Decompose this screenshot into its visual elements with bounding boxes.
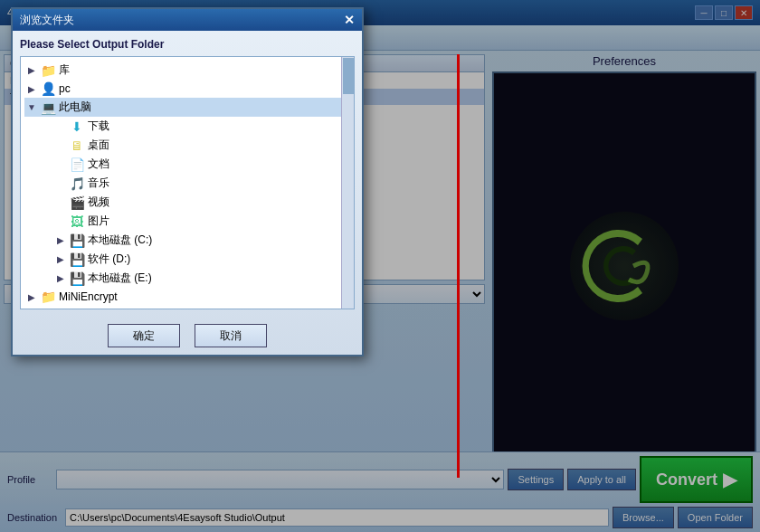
folder-tree[interactable]: ▶ 📁 库 ▶ 👤 pc ▼ 💻 此电脑 [20,56,355,309]
desktop-folder-icon: 🖥 [68,138,86,153]
dialog-body: Please Select Output Folder ▶ 📁 库 ▶ 👤 pc [13,31,362,317]
browse-folder-dialog: 浏览文件夹 ✕ Please Select Output Folder ▶ 📁 … [11,7,364,356]
scrollbar-thumb [343,58,354,94]
tree-scrollbar[interactable] [341,57,354,309]
tree-item-this-pc[interactable]: ▼ 💻 此电脑 [24,98,350,117]
tree-item-pictures[interactable]: 🖼 图片 [24,212,350,231]
tree-item-library[interactable]: ▶ 📁 库 [24,61,350,80]
tree-label: 视频 [88,195,109,210]
video-folder-icon: 🎬 [68,195,86,210]
dialog-cancel-button[interactable]: 取消 [195,324,267,347]
tree-label: 下载 [88,119,109,134]
tree-item-desktop[interactable]: 🖥 桌面 [24,136,350,155]
chevron-right-icon: ▶ [24,65,39,75]
tree-label: 软件 (D:) [88,252,130,267]
dialog-ok-button[interactable]: 确定 [108,324,180,347]
tree-label: 音乐 [88,176,109,191]
tree-label: MiNiEncrypt [59,290,118,303]
tree-item-music[interactable]: 🎵 音乐 [24,174,350,193]
dialog-footer: 确定 取消 [13,317,362,355]
cursor-indicator [457,54,460,478]
chevron-right-icon: ▶ [53,235,68,245]
chevron-right-icon: ▶ [53,254,68,264]
tree-label: 图片 [88,214,109,229]
tree-label: 本地磁盘 (E:) [88,271,152,286]
user-icon: 👤 [39,81,57,96]
main-window: 4Easysolt Blu-ray to iPad Ripper ─ □ ✕ F… [0,0,760,532]
tree-item-documents[interactable]: 📄 文档 [24,155,350,174]
folder-icon: 📁 [39,63,57,78]
tree-item-disk-e[interactable]: ▶ 💾 本地磁盘 (E:) [24,269,350,288]
download-folder-icon: ⬇ [68,119,86,134]
chevron-down-icon: ▼ [24,102,39,112]
dialog-subtitle: Please Select Output Folder [20,38,355,51]
tree-item-video[interactable]: 🎬 视频 [24,193,350,212]
dialog-title: 浏览文件夹 [20,13,74,28]
tree-item-miniencrypt[interactable]: ▶ 📁 MiNiEncrypt [24,288,350,306]
chevron-right-icon: ▶ [24,84,39,94]
pictures-folder-icon: 🖼 [68,214,86,229]
tree-label: 桌面 [88,138,109,153]
tree-label: pc [59,82,71,95]
tree-label: 此电脑 [59,100,91,115]
music-folder-icon: 🎵 [68,176,86,191]
disk-e-icon: 💾 [68,271,86,286]
chevron-right-icon: ▶ [24,292,39,302]
disk-c-icon: 💾 [68,233,86,248]
dialog-overlay: 浏览文件夹 ✕ Please Select Output Folder ▶ 📁 … [0,0,760,532]
documents-folder-icon: 📄 [68,157,86,172]
tree-label: 库 [59,62,70,78]
tree-item-pc[interactable]: ▶ 👤 pc [24,80,350,98]
tree-item-download[interactable]: ⬇ 下载 [24,117,350,136]
tree-item-disk-d[interactable]: ▶ 💾 软件 (D:) [24,250,350,269]
tree-label: 文档 [88,157,109,172]
tree-item-disk-c[interactable]: ▶ 💾 本地磁盘 (C:) [24,231,350,250]
dialog-close-button[interactable]: ✕ [344,13,355,27]
chevron-right-icon: ▶ [53,273,68,283]
disk-d-icon: 💾 [68,252,86,267]
computer-icon: 💻 [39,100,57,115]
dialog-title-bar: 浏览文件夹 ✕ [13,9,362,31]
tree-label: 本地磁盘 (C:) [88,233,152,248]
encrypt-folder-icon: 📁 [39,290,57,304]
